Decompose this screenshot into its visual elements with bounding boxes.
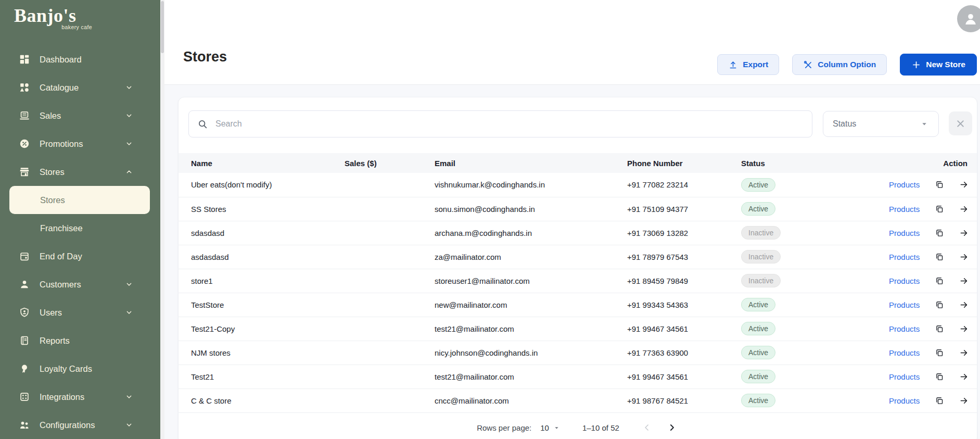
products-link[interactable]: Products xyxy=(889,277,920,285)
status-filter-select[interactable]: Status xyxy=(823,111,939,137)
col-header-phone: Phone Number xyxy=(627,153,741,173)
table-header-row: Name Sales ($) Email Phone Number Status… xyxy=(179,153,977,173)
table-row: Uber eats(don't modify) vishnukumar.k@co… xyxy=(179,173,977,197)
dashboard-icon xyxy=(19,54,30,65)
sidebar-subitem-label: Stores xyxy=(40,195,65,205)
arrow-right-icon[interactable] xyxy=(959,275,969,287)
arrow-right-icon[interactable] xyxy=(959,203,969,215)
products-link[interactable]: Products xyxy=(889,396,920,405)
new-store-button[interactable]: New Store xyxy=(900,54,977,76)
chevron-down-icon xyxy=(125,308,133,317)
sidebar-item-label: Customers xyxy=(40,280,81,290)
sidebar-item-label: Reports xyxy=(40,336,70,346)
sidebar-scrollbar[interactable] xyxy=(160,0,164,439)
sidebar-item-sales[interactable]: Sales xyxy=(0,102,160,130)
products-link[interactable]: Products xyxy=(889,229,920,237)
products-link[interactable]: Products xyxy=(889,324,920,333)
copy-icon[interactable] xyxy=(935,371,944,383)
copy-icon[interactable] xyxy=(935,395,944,407)
copy-icon[interactable] xyxy=(935,179,944,191)
table-row: TestStore new@mailinator.com +91 99343 5… xyxy=(179,293,977,317)
sidebar-subitem-franchisee[interactable]: Franchisee xyxy=(0,214,160,242)
arrow-right-icon[interactable] xyxy=(959,227,969,239)
plus-icon xyxy=(911,60,921,70)
status-badge: Active xyxy=(741,346,775,359)
sidebar-item-integrations[interactable]: Integrations xyxy=(0,383,160,411)
products-link[interactable]: Products xyxy=(889,205,920,214)
arrow-right-icon[interactable] xyxy=(959,323,969,335)
cell-email: za@mailinator.com xyxy=(435,245,627,269)
pagination-range: 1–10 of 52 xyxy=(582,423,619,432)
table-row: SS Stores sonu.simon@codinghands.in +91 … xyxy=(179,197,977,221)
sidebar: Banjo's bakery cafe Dashboard Catalogue … xyxy=(0,0,160,439)
cell-email: archana.m@codinghands.in xyxy=(435,221,627,245)
sidebar-item-end-of-day[interactable]: End of Day xyxy=(0,242,160,270)
status-badge: Active xyxy=(741,178,775,192)
copy-icon[interactable] xyxy=(935,275,944,287)
sidebar-item-customers[interactable]: Customers xyxy=(0,270,160,298)
cell-action: Products xyxy=(889,197,977,221)
clear-filters-button[interactable] xyxy=(949,111,972,135)
arrow-right-icon[interactable] xyxy=(959,371,969,383)
cell-sales xyxy=(345,197,435,221)
col-header-status: Status xyxy=(741,153,889,173)
table-body: Uber eats(don't modify) vishnukumar.k@co… xyxy=(179,173,977,412)
stores-table-area: Name Sales ($) Email Phone Number Status… xyxy=(179,153,977,413)
calendar-icon xyxy=(19,250,30,262)
copy-icon[interactable] xyxy=(935,227,944,239)
copy-icon[interactable] xyxy=(935,203,944,215)
products-link[interactable]: Products xyxy=(889,348,920,357)
products-link[interactable]: Products xyxy=(889,180,920,189)
arrow-right-icon[interactable] xyxy=(959,179,969,191)
table-row: C & C store cncc@mailinator.com +91 9876… xyxy=(179,388,977,412)
copy-icon[interactable] xyxy=(935,323,944,335)
sidebar-item-configurations[interactable]: Configurations xyxy=(0,411,160,439)
integrations-icon xyxy=(19,391,30,403)
sidebar-item-promotions[interactable]: Promotions xyxy=(0,130,160,158)
cell-status: Active xyxy=(741,173,889,197)
next-page-button[interactable] xyxy=(665,421,679,434)
sidebar-item-dashboard[interactable]: Dashboard xyxy=(0,45,160,73)
status-badge: Active xyxy=(741,322,775,335)
cell-phone: +91 77363 63900 xyxy=(627,341,741,365)
sidebar-item-loyalty-cards[interactable]: Loyalty Cards xyxy=(0,355,160,383)
cell-action: Products xyxy=(889,293,977,317)
export-label: Export xyxy=(743,60,768,69)
sidebar-item-stores[interactable]: Stores xyxy=(0,158,160,186)
arrow-right-icon[interactable] xyxy=(959,395,969,407)
table-row: Test21-Copy test21@mailinator.com +91 99… xyxy=(179,317,977,341)
products-link[interactable]: Products xyxy=(889,372,920,381)
search-box xyxy=(188,110,812,137)
table-row: NJM stores nicy.johnson@codinghands.in +… xyxy=(179,341,977,365)
cell-status: Active xyxy=(741,197,889,221)
arrow-right-icon[interactable] xyxy=(959,251,969,263)
sidebar-subitem-stores[interactable]: Stores xyxy=(9,186,150,214)
stores-card: Status Name Sales ($) Email xyxy=(178,97,977,439)
configurations-icon xyxy=(19,419,30,431)
cell-status: Inactive xyxy=(741,269,889,293)
products-link[interactable]: Products xyxy=(889,253,920,261)
sidebar-scrollbar-thumb[interactable] xyxy=(161,1,164,53)
cell-action: Products xyxy=(889,245,977,269)
sidebar-item-reports[interactable]: Reports xyxy=(0,327,160,355)
cell-sales xyxy=(345,173,435,197)
sidebar-item-users[interactable]: Users xyxy=(0,298,160,327)
sidebar-item-catalogue[interactable]: Catalogue xyxy=(0,73,160,102)
copy-icon[interactable] xyxy=(935,347,944,359)
arrow-right-icon[interactable] xyxy=(959,299,969,311)
arrow-right-icon[interactable] xyxy=(959,347,969,359)
user-avatar[interactable] xyxy=(957,5,980,32)
status-filter-label: Status xyxy=(833,119,856,129)
sidebar-item-label: Loyalty Cards xyxy=(40,364,92,374)
cell-email: vishnukumar.k@codinghands.in xyxy=(435,173,627,197)
search-input[interactable] xyxy=(215,119,804,129)
previous-page-button[interactable] xyxy=(640,421,654,434)
rows-per-page-select[interactable]: 10 xyxy=(540,423,561,432)
copy-icon[interactable] xyxy=(935,251,944,263)
chevron-up-icon xyxy=(125,168,133,176)
status-badge: Inactive xyxy=(741,274,781,287)
column-option-button[interactable]: Column Option xyxy=(792,54,887,75)
copy-icon[interactable] xyxy=(935,299,944,311)
products-link[interactable]: Products xyxy=(889,300,920,309)
export-button[interactable]: Export xyxy=(717,54,779,75)
